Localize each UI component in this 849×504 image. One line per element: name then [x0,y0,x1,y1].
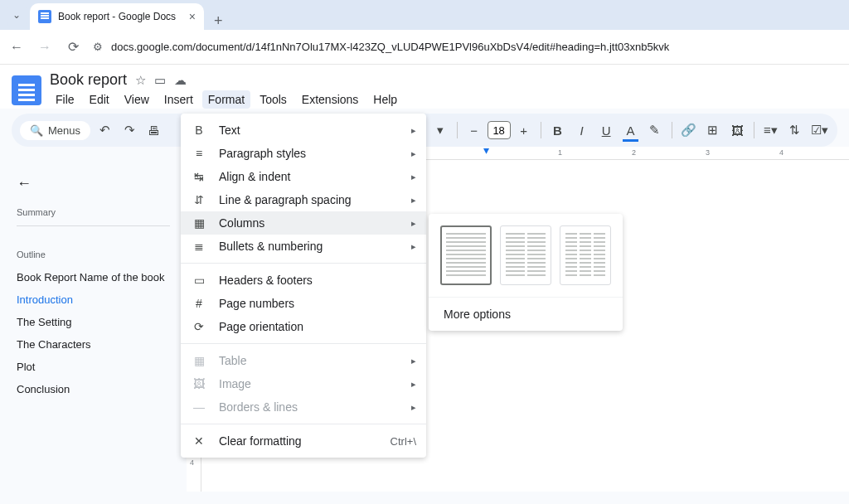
close-tab-icon[interactable]: × [189,10,196,23]
page-numbers-icon: # [191,297,207,310]
back-button[interactable]: ← [8,40,25,55]
menu-help[interactable]: Help [367,90,403,109]
move-icon[interactable]: ▭ [154,73,166,88]
format-menu-bullets-numbering[interactable]: ≣Bullets & numbering▸ [181,235,426,258]
format-menu-align-indent[interactable]: ↹Align & indent▸ [181,165,426,188]
menu-divider [181,263,426,264]
format-menu-text[interactable]: BText▸ [181,119,426,142]
bold-button[interactable]: B [548,120,567,140]
forward-button[interactable]: → [36,40,53,55]
menu-file[interactable]: File [50,90,80,109]
separator [457,122,458,138]
page-orientation-icon: ⟳ [191,320,207,333]
menu-item-label: Table [219,354,400,367]
format-menu-borders-lines: —Borders & lines▸ [181,395,426,419]
format-menu-page-orientation[interactable]: ⟳Page orientation [181,315,426,338]
new-tab-button[interactable]: + [204,12,233,30]
format-menu-paragraph-styles[interactable]: ≡Paragraph styles▸ [181,142,426,165]
menu-extensions[interactable]: Extensions [296,90,364,109]
horizontal-ruler[interactable]: 1 2 3 4 [388,147,849,160]
address-bar[interactable]: ⚙ docs.google.com/document/d/14f1nNn7Olu… [93,41,841,53]
columns-option-2[interactable] [500,225,551,285]
search-icon: 🔍 [30,124,43,137]
increase-font-button[interactable]: + [514,120,534,140]
browser-tab[interactable]: Book report - Google Docs × [30,3,204,30]
menu-item-label: Bullets & numbering [219,240,400,253]
line-paragraph-spacing-icon: ⇵ [191,193,207,206]
dropdown-chevron[interactable]: ▾ [430,120,449,140]
outline-item[interactable]: The Setting [17,316,170,328]
menus-search[interactable]: 🔍 Menus [20,121,90,140]
menu-tools[interactable]: Tools [254,90,293,109]
font-size-control: − + [464,120,534,140]
text-color-button[interactable]: A [621,120,640,140]
columns-option-1[interactable] [440,225,492,285]
outline-item[interactable]: The Characters [17,338,170,351]
document-title[interactable]: Book report [50,71,127,89]
site-settings-icon[interactable]: ⚙ [93,41,103,53]
underline-button[interactable]: U [596,120,615,140]
align-button[interactable]: ≡▾ [761,120,780,140]
menu-view[interactable]: View [119,90,155,109]
add-comment-button[interactable]: ⊞ [703,120,722,140]
menu-item-label: Headers & footers [219,274,416,287]
summary-heading[interactable]: Summary [17,207,170,226]
vruler-mark: 4 [190,458,194,467]
indent-marker[interactable] [483,147,492,155]
print-button[interactable]: 🖶 [144,120,163,140]
ruler-mark: 1 [558,148,562,157]
insert-image-button[interactable]: 🖼 [727,120,746,140]
format-menu-line-paragraph-spacing[interactable]: ⇵Line & paragraph spacing▸ [181,188,426,211]
submenu-arrow-icon: ▸ [411,402,416,413]
redo-button[interactable]: ↷ [119,120,138,140]
paragraph-styles-icon: ≡ [191,147,207,160]
menu-item-label: Align & indent [219,170,400,183]
outline-item[interactable]: Conclusion [17,383,170,395]
menu-item-label: Line & paragraph spacing [219,193,400,206]
menu-item-label: Page numbers [219,297,416,310]
submenu-arrow-icon: ▸ [411,125,416,136]
decrease-font-button[interactable]: − [464,120,484,140]
menu-item-label: Borders & lines [219,400,400,414]
undo-button[interactable]: ↶ [95,120,114,140]
cloud-status-icon[interactable]: ☁ [174,73,187,88]
submenu-arrow-icon: ▸ [411,195,416,206]
menu-edit[interactable]: Edit [84,90,115,109]
menu-insert[interactable]: Insert [158,90,199,109]
format-menu-columns[interactable]: ▦Columns▸ [181,211,426,235]
line-spacing-button[interactable]: ⇅ [785,120,804,140]
outline-panel: ← Summary Outline Book Report Name of th… [0,160,187,492]
shortcut-label: Ctrl+\ [391,435,416,448]
menu-item-label: Clear formatting [219,434,379,448]
tab-title: Book report - Google Docs [58,11,182,22]
separator [541,122,541,138]
columns-option-3[interactable] [560,225,611,285]
outline-item[interactable]: Book Report Name of the book [17,271,170,284]
ruler-mark: 4 [779,148,784,157]
format-dropdown-menu: BText▸≡Paragraph styles▸↹Align & indent▸… [181,114,426,458]
italic-button[interactable]: I [572,120,591,140]
outline-back-button[interactable]: ← [17,175,170,192]
separator [672,122,672,138]
reload-button[interactable]: ⟳ [65,39,81,55]
docs-favicon [38,10,51,23]
insert-link-button[interactable]: 🔗 [679,120,698,140]
star-icon[interactable]: ☆ [135,73,146,88]
format-menu-page-numbers[interactable]: #Page numbers [181,292,426,315]
columns-more-options[interactable]: More options [429,297,623,331]
format-menu-headers-footers[interactable]: ▭Headers & footers [181,269,426,292]
outline-item[interactable]: Plot [17,361,170,373]
columns-icon: ▦ [191,216,207,230]
highlight-button[interactable]: ✎ [645,120,664,140]
url-text: docs.google.com/document/d/14f1nNn7Olu17… [111,41,669,53]
columns-submenu: More options [429,214,623,331]
menu-format[interactable]: Format [202,90,250,109]
ruler-mark: 3 [706,148,710,157]
outline-item[interactable]: Introduction [17,293,170,306]
text-icon: B [191,124,207,137]
checklist-button[interactable]: ☑▾ [810,120,829,140]
font-size-input[interactable] [488,121,511,139]
format-menu-clear-formatting[interactable]: ✕Clear formattingCtrl+\ [181,429,426,453]
tab-search-button[interactable]: ⌄ [7,3,27,27]
docs-logo[interactable] [12,75,41,105]
